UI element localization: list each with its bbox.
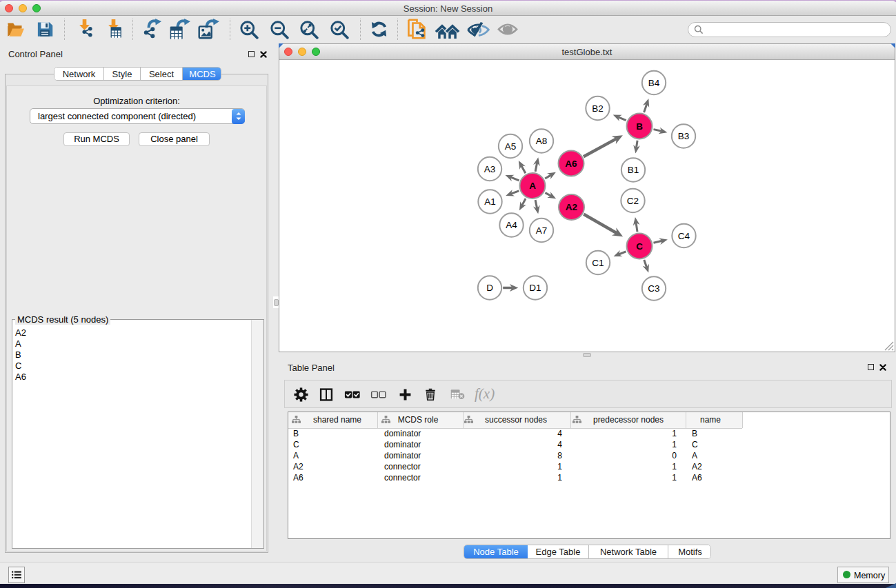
svg-text:C: C [636,241,643,252]
svg-text:C2: C2 [627,196,639,206]
svg-text:A1: A1 [484,196,496,207]
svg-text:B2: B2 [592,103,604,114]
svg-text:B: B [636,121,643,132]
svg-text:C3: C3 [648,283,659,294]
svg-text:A5: A5 [505,141,517,152]
svg-text:C4: C4 [678,231,690,241]
svg-text:A7: A7 [536,225,548,236]
svg-text:A6: A6 [565,159,577,169]
svg-text:B1: B1 [628,165,639,175]
svg-text:C1: C1 [592,258,604,268]
svg-text:A3: A3 [484,164,496,174]
svg-text:B3: B3 [678,131,690,141]
svg-text:A: A [529,181,536,191]
svg-text:A2: A2 [566,202,577,212]
svg-text:D1: D1 [529,283,541,293]
svg-text:A4: A4 [506,220,517,230]
svg-text:A8: A8 [536,136,548,146]
svg-text:D: D [486,283,493,293]
svg-text:B4: B4 [648,78,660,88]
